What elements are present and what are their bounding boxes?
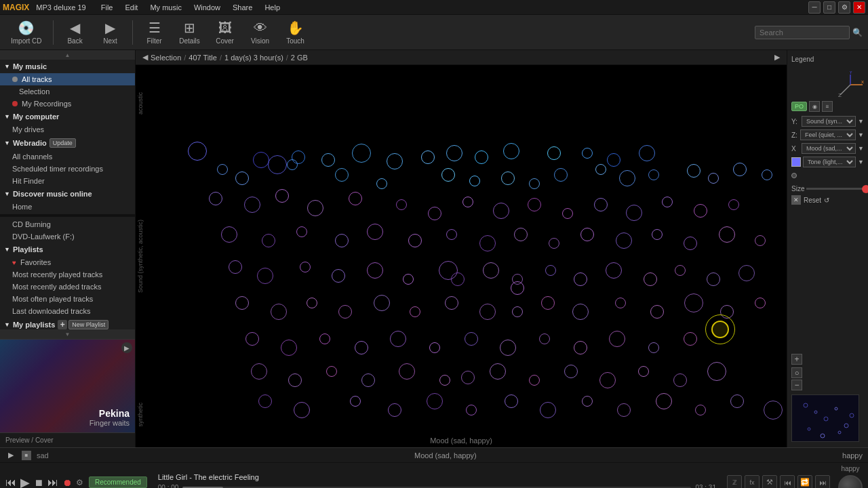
cover-button[interactable]: 🖼 Cover <box>209 18 241 47</box>
sidebar-toggle-button[interactable]: ◀ <box>142 53 148 62</box>
fx-button[interactable]: fx <box>745 475 760 489</box>
sidebar-section-myplaylists[interactable]: ▼ My playlists + New Playlist <box>0 317 135 329</box>
details-button[interactable]: ⊞ Details <box>174 17 206 47</box>
sidebar-item-mydrives[interactable]: My drives <box>0 123 135 136</box>
bubble <box>466 405 477 415</box>
menu-share[interactable]: Share <box>227 2 258 13</box>
sidebar-item-cdburning[interactable]: CD Burning <box>0 218 135 230</box>
menu-file[interactable]: File <box>96 2 119 13</box>
sidebar-section-webradio[interactable]: ▼ Webradio Update <box>0 136 135 150</box>
legend-icon-1[interactable]: ◉ <box>809 101 820 112</box>
bubble <box>574 272 587 286</box>
bubble <box>639 145 655 161</box>
bubble <box>500 340 516 356</box>
back-label: Back <box>67 37 82 45</box>
close-button[interactable]: ✕ <box>853 1 865 14</box>
bubble <box>410 306 420 317</box>
repeat-button[interactable]: 🔁 <box>797 475 812 489</box>
sidebar-item-favorites[interactable]: ♥ Favorites <box>0 256 135 268</box>
legend-x-expand-icon[interactable]: ▼ <box>858 145 864 152</box>
panel-toggle-button[interactable]: ▶ <box>774 53 780 62</box>
zoom-reset-button[interactable]: ○ <box>791 367 802 378</box>
bubble <box>493 203 509 219</box>
search-input[interactable] <box>755 26 850 39</box>
breadcrumb-title-count: 407 Title <box>189 54 217 62</box>
sidebar-item-recentlyadded[interactable]: Most recently added tracks <box>0 281 135 293</box>
menu-edit[interactable]: Edit <box>119 2 143 13</box>
reset-x-button[interactable]: ✕ <box>791 195 801 205</box>
bubble <box>554 168 568 182</box>
update-button[interactable]: Update <box>50 138 76 148</box>
sidebar-item-allchannels[interactable]: All channels <box>0 150 135 163</box>
zoom-out-button[interactable]: − <box>791 380 802 390</box>
sidebar-item-selection[interactable]: Selection <box>0 85 135 98</box>
sidebar-item-alltracks[interactable]: All tracks <box>0 73 135 85</box>
sidebar-section-discover[interactable]: ▼ Discover music online <box>0 187 135 201</box>
legend-icon-2[interactable]: ≡ <box>822 101 833 112</box>
legend-x-select[interactable]: Mood (sad,... <box>802 143 856 154</box>
mood-knob[interactable] <box>838 475 863 488</box>
vision-button[interactable]: 👁 Vision <box>244 18 277 47</box>
sidebar-section-playlists[interactable]: ▼ Playlists <box>0 243 135 256</box>
sidebar-section-mycomputer[interactable]: ▼ My computer <box>0 110 135 123</box>
prev-track-button[interactable]: ⏮ <box>780 475 795 489</box>
sidebar-section-mymusic[interactable]: ▼ My music <box>0 60 135 73</box>
bubble <box>512 306 523 317</box>
sidebar-item-home[interactable]: Home <box>0 201 135 213</box>
recommended-badge: Recommended <box>89 476 147 488</box>
size-slider[interactable] <box>806 188 868 190</box>
fast-forward-button[interactable]: ⏭ <box>47 476 58 489</box>
sidebar-item-hitfinder[interactable]: Hit Finder <box>0 175 135 187</box>
legend-y-expand-icon[interactable]: ▼ <box>858 118 864 125</box>
sidebar-item-dvd[interactable]: DVD-Laufwerk (F:) <box>0 230 135 243</box>
mini-map[interactable] <box>791 394 859 442</box>
bubble <box>609 331 625 347</box>
back-button[interactable]: ◀ Back <box>59 17 92 47</box>
mood-stop-button[interactable]: ■ <box>22 451 31 460</box>
player-settings-button[interactable]: ⚙ <box>76 478 83 487</box>
zoom-in-button[interactable]: + <box>791 354 802 365</box>
album-play-icon[interactable]: ▶ <box>121 342 132 353</box>
legend-z-expand-icon[interactable]: ▼ <box>858 131 864 138</box>
record-button[interactable]: ⏺ <box>62 477 72 488</box>
legend-tone-expand-icon[interactable]: ▼ <box>858 159 864 165</box>
touch-button[interactable]: ✋ Touch <box>279 17 312 47</box>
sidebar-item-scheduledtimer[interactable]: Scheduled timer recordings <box>0 163 135 175</box>
menu-mymusic[interactable]: My music <box>144 2 186 13</box>
sidebar-item-mostplayed[interactable]: Most often played tracks <box>0 293 135 305</box>
stop-button[interactable]: ⏹ <box>34 477 43 488</box>
restore-button[interactable]: □ <box>823 1 835 14</box>
next-track-button[interactable]: ⏭ <box>815 475 830 489</box>
myplaylists-label: My playlists <box>13 321 55 329</box>
sidebar-scroll-down[interactable]: ▼ <box>0 329 135 339</box>
sidebar-item-myrecordings[interactable]: My Recordings <box>0 98 135 110</box>
mood-play-button[interactable]: ▶ <box>5 450 16 461</box>
new-playlist-button[interactable]: New Playlist <box>68 320 108 329</box>
bubble <box>469 176 480 186</box>
legend-color-swatch[interactable] <box>791 157 801 167</box>
legend-z-select[interactable]: Feel (quiet, ... <box>800 129 856 140</box>
tools-button[interactable]: ⚒ <box>762 475 777 489</box>
play-button[interactable]: ▶ <box>20 475 30 489</box>
rewind-button[interactable]: ⏮ <box>5 476 16 489</box>
bubble <box>673 373 687 387</box>
add-playlist-icon[interactable]: + <box>58 320 67 329</box>
selected-bubble[interactable] <box>711 321 729 338</box>
bubble <box>582 148 593 159</box>
lastdownloaded-label: Last downloaded tracks <box>12 307 91 315</box>
sidebar-item-recentlyplayed[interactable]: Most recently played tracks <box>0 268 135 281</box>
visualization-area[interactable]: acoustic Sound (synthetic, acoustic) syn… <box>136 65 787 447</box>
import-cd-button[interactable]: 💿 Import CD <box>5 17 47 47</box>
legend-y-select[interactable]: Sound (syn... <box>802 116 856 127</box>
sidebar-item-lastdownloaded[interactable]: Last downloaded tracks <box>0 305 135 317</box>
sidebar-scroll-up[interactable]: ▲ <box>0 50 135 60</box>
menu-help[interactable]: Help <box>259 2 285 13</box>
legend-tone-select[interactable]: Tone (light,... <box>803 157 856 167</box>
reset-button[interactable]: Reset <box>804 197 821 204</box>
menu-window[interactable]: Window <box>189 2 226 13</box>
minimize-button[interactable]: ─ <box>808 1 821 14</box>
settings-window-button[interactable]: ⚙ <box>838 1 850 14</box>
forward-button[interactable]: ▶ Next <box>94 17 127 47</box>
eq-button[interactable]: ℤ <box>727 475 742 489</box>
filter-button[interactable]: ☰ Filter <box>138 17 171 47</box>
